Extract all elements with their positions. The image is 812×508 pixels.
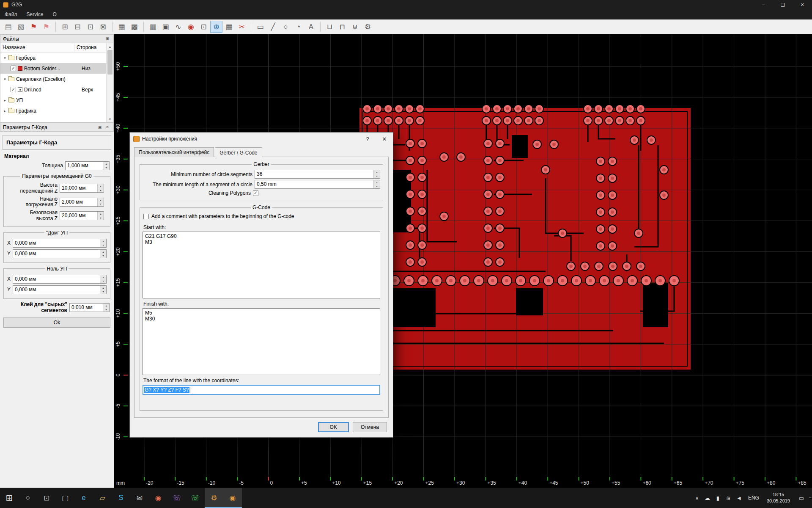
record-circle-icon[interactable]: ◉ (185, 21, 197, 33)
spin-value[interactable]: 2,000 мм (60, 198, 97, 206)
fit-view-icon[interactable]: ⊞ (59, 21, 71, 33)
spin-value[interactable]: 36 (255, 170, 373, 178)
zero-x-spin[interactable]: 0,000 мм▴▾ (13, 275, 107, 284)
network-icon[interactable]: ≋ (723, 495, 734, 501)
tree-row-graphics[interactable]: ▸ Графика (0, 105, 113, 116)
subtract-tool-icon[interactable]: ⊎ (349, 21, 361, 33)
expander-icon[interactable]: ▾ (2, 56, 8, 60)
spin-down-icon[interactable]: ▾ (103, 308, 109, 312)
spin-down-icon[interactable]: ▾ (100, 254, 106, 258)
snap-grid-icon[interactable]: ▦ (115, 21, 128, 33)
glue-spin[interactable]: 0,010 мм▴▾ (69, 303, 110, 312)
help-icon[interactable]: ? (359, 133, 376, 145)
show-desktop-button[interactable] (809, 497, 812, 499)
spin-up-icon[interactable]: ▴ (103, 162, 109, 166)
spin-value[interactable]: 0,000 мм (13, 239, 100, 247)
cleaning-polygons-checkbox[interactable]: ✓ (253, 190, 258, 196)
viber-icon[interactable]: ☏ (167, 488, 186, 508)
spin-value[interactable]: 20,000 мм (60, 212, 97, 220)
arc-tool-icon[interactable]: ◔ (292, 21, 304, 33)
spin-value[interactable]: 0,000 мм (13, 275, 100, 283)
spin-up-icon[interactable]: ▴ (100, 275, 106, 279)
new-file-icon[interactable]: ▤ (2, 21, 14, 33)
action-center-icon[interactable]: ▭ (794, 495, 809, 501)
expander-icon[interactable]: ▾ (2, 77, 8, 81)
taskbar-clock[interactable]: 18:15 30.05.2019 (763, 491, 794, 504)
skype-icon[interactable]: S (112, 488, 130, 508)
gcode-panel-header[interactable]: Параметры Г-Кода ▣ ✕ (0, 123, 114, 132)
tray-chevron-icon[interactable]: ∧ (692, 495, 702, 501)
tree-row-bottom-solder[interactable]: ✓ Bottom Solder... Низ (0, 63, 113, 74)
explorer-icon[interactable]: ▱ (93, 488, 112, 508)
import-drill-icon[interactable]: ⚑ (40, 21, 52, 33)
dialog-titlebar[interactable]: Настройки приложения ? ✕ (130, 133, 393, 145)
spin-down-icon[interactable]: ▾ (100, 279, 106, 283)
target-tool-icon[interactable]: ⊕ (210, 21, 222, 33)
spin-up-icon[interactable]: ▴ (100, 239, 106, 243)
intersect-tool-icon[interactable]: ⊓ (336, 21, 348, 33)
layer-visible-checkbox[interactable]: ✓ (11, 87, 16, 92)
plunge-start-spin[interactable]: 2,000 мм▴▾ (60, 198, 104, 207)
scroll-down-icon[interactable]: ▼ (107, 116, 113, 122)
mesh-settings-icon[interactable]: ▩ (128, 21, 140, 33)
menu-file[interactable]: Файл (0, 9, 22, 19)
spin-value[interactable]: 10,000 мм (60, 184, 97, 192)
close-icon[interactable]: ✕ (793, 0, 812, 9)
task-view-icon[interactable]: ⊡ (37, 488, 56, 508)
segment-length-spin[interactable]: 0,50 mm▴▾ (255, 180, 380, 189)
expander-icon[interactable]: ▸ (2, 98, 8, 102)
spin-down-icon[interactable]: ▾ (374, 174, 380, 179)
g2g-settings-icon[interactable]: ◉ (223, 488, 242, 508)
zoom-selection-icon[interactable]: ⊡ (84, 21, 96, 33)
spin-up-icon[interactable]: ▴ (98, 212, 104, 216)
spin-value[interactable]: 0,000 мм (13, 250, 100, 258)
pan-view-icon[interactable]: ⊠ (97, 21, 109, 33)
polyline-tool-icon[interactable]: ∿ (172, 21, 184, 33)
spin-up-icon[interactable]: ▴ (374, 170, 380, 174)
spin-down-icon[interactable]: ▾ (100, 290, 106, 294)
search-icon[interactable]: ○ (19, 488, 37, 508)
edge-icon[interactable]: e (74, 488, 93, 508)
panel-ok-button[interactable]: Ok (3, 318, 110, 328)
safe-height-spin[interactable]: 20,000 мм▴▾ (60, 211, 104, 220)
home-y-spin[interactable]: 0,000 мм▴▾ (13, 249, 107, 258)
chrome-icon[interactable]: ◉ (149, 488, 167, 508)
zoom-window-icon[interactable]: ⊟ (71, 21, 84, 33)
cancel-button[interactable]: Отмена (353, 422, 387, 432)
ok-button[interactable]: OK (318, 422, 349, 432)
menu-service[interactable]: Service (22, 9, 48, 19)
language-indicator[interactable]: ENG (744, 495, 763, 501)
whatsapp-icon[interactable]: ☏ (186, 488, 205, 508)
spin-up-icon[interactable]: ▴ (98, 198, 104, 202)
spin-down-icon[interactable]: ▾ (98, 216, 104, 220)
table-view-icon[interactable]: ▦ (223, 21, 235, 33)
tree-row-gerbera[interactable]: ▾ Гербера (0, 52, 113, 63)
spin-up-icon[interactable]: ▴ (103, 304, 109, 308)
settings-gear-icon[interactable]: ⚙ (362, 21, 374, 33)
g2g-app-icon[interactable]: ⚙ (205, 488, 223, 508)
monitor-app-icon[interactable]: ▢ (56, 488, 74, 508)
spin-up-icon[interactable]: ▴ (374, 180, 380, 185)
crosshair-box-icon[interactable]: ⊡ (198, 21, 210, 33)
spin-value[interactable]: 1,000 мм (66, 162, 103, 170)
tab-gerber-gcode[interactable]: Gerber \ G-Code (215, 147, 262, 157)
spin-down-icon[interactable]: ▾ (103, 166, 109, 170)
dialog-close-icon[interactable]: ✕ (376, 133, 393, 145)
board-outline-icon[interactable]: ▥ (147, 21, 159, 33)
spin-down-icon[interactable]: ▾ (100, 243, 106, 247)
thickness-spin[interactable]: 1,000 мм▴▾ (65, 161, 110, 170)
start-button[interactable]: ⊞ (0, 488, 19, 508)
add-comment-checkbox[interactable]: ✓ (143, 214, 149, 219)
cut-tool-icon[interactable]: ✂ (236, 21, 248, 33)
files-scrollbar[interactable]: ▲ ▼ (106, 43, 113, 122)
scroll-up-icon[interactable]: ▲ (107, 43, 113, 50)
spin-up-icon[interactable]: ▴ (100, 286, 106, 290)
cloud-icon[interactable]: ☁ (702, 495, 713, 501)
spin-down-icon[interactable]: ▾ (98, 202, 104, 206)
mail-icon[interactable]: ✉ (130, 488, 149, 508)
volume-icon[interactable]: ◄ (734, 495, 744, 501)
start-gcode-textarea[interactable]: G21 G17 G90 M3 (143, 232, 380, 298)
layer-visible-checkbox[interactable]: ✓ (11, 66, 16, 71)
union-tool-icon[interactable]: ⊔ (324, 21, 336, 33)
spin-up-icon[interactable]: ▴ (100, 250, 106, 254)
